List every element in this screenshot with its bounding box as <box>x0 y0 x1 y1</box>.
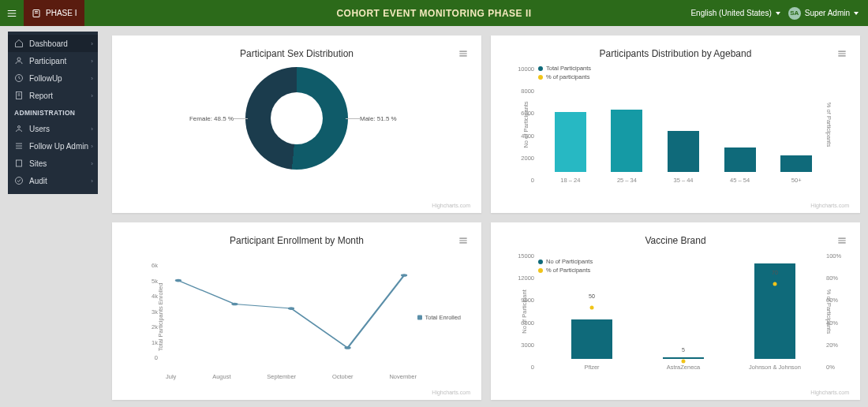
chevron-right-icon: › <box>91 125 93 133</box>
audit-icon <box>14 176 24 185</box>
svg-point-6 <box>16 177 23 185</box>
sidebar-item-dashboard[interactable]: Dashboard› <box>8 35 98 52</box>
chart-title: Participant Sex Distribution <box>128 48 466 59</box>
chart-credit: Highcharts.com <box>810 203 849 208</box>
card-sex-distribution: Participant Sex Distribution Female: 48.… <box>112 35 481 213</box>
chart-menu-button[interactable] <box>458 235 469 249</box>
bar-slot: 25 – 34 <box>599 110 656 185</box>
dashboard-grid: Participant Sex Distribution Female: 48.… <box>0 26 868 407</box>
chart-title: Participant Enrollment by Month <box>128 235 466 246</box>
svg-rect-5 <box>17 160 22 166</box>
bar[interactable] <box>611 110 642 173</box>
bar[interactable] <box>668 131 699 173</box>
language-selector[interactable]: English (United States) <box>690 9 780 17</box>
app-header: PHASE I COHORT EVENT MONITORING PHASE II… <box>0 0 868 26</box>
chevron-right-icon: › <box>91 143 93 150</box>
svg-point-8 <box>231 303 238 306</box>
bar-slot: 18 – 24 <box>542 112 599 185</box>
svg-point-7 <box>175 279 181 282</box>
hamburger-icon <box>836 235 847 246</box>
bar-slot: 50Pfizer <box>546 319 638 371</box>
menu-toggle-button[interactable] <box>0 0 24 26</box>
sidebar-section-admin: ADMINISTRATION <box>8 104 98 120</box>
clock-icon <box>14 73 24 83</box>
chevron-right-icon: › <box>91 40 93 47</box>
card-ageband: Participants Distribution by Ageband Tot… <box>491 35 860 213</box>
language-label: English (United States) <box>690 9 771 17</box>
phase-label: PHASE I <box>46 9 77 17</box>
hamburger-icon <box>6 8 17 19</box>
bar-chart: 50Pfizer5AstraZeneca70Johnson & Johnson <box>507 252 844 371</box>
svg-point-11 <box>401 274 407 277</box>
hamburger-icon <box>836 48 847 59</box>
line-chart <box>166 254 417 364</box>
chevron-right-icon: › <box>91 58 93 65</box>
bar-slot: 45 – 54 <box>712 147 769 184</box>
chart-legend: Total Enrolled <box>417 314 461 321</box>
site-icon <box>14 159 24 168</box>
phase-icon <box>32 9 41 18</box>
bar[interactable] <box>571 319 612 359</box>
sidebar-item-report[interactable]: Report› <box>8 87 98 104</box>
chart-title: Participants Distribution by Ageband <box>507 48 844 59</box>
chevron-right-icon: › <box>91 92 93 99</box>
chart-title: Vaccine Brand <box>507 235 844 246</box>
bar-slot: 50+ <box>768 155 825 184</box>
sidebar-item-users[interactable]: Users› <box>8 120 98 137</box>
sidebar-item-followup-admin[interactable]: Follow Up Admin› <box>8 137 98 155</box>
sidebar-item-participant[interactable]: Participant› <box>8 52 98 69</box>
data-label: 70 <box>772 270 778 275</box>
chevron-down-icon <box>854 12 859 15</box>
chevron-right-icon: › <box>91 160 93 167</box>
chart-menu-button[interactable] <box>836 48 847 62</box>
bar[interactable] <box>754 263 795 359</box>
user-menu[interactable]: SA Super Admin <box>788 7 859 20</box>
svg-point-10 <box>344 346 350 349</box>
bar-slot: 70Johnson & Johnson <box>729 263 821 371</box>
bar[interactable] <box>724 147 756 172</box>
sidebar: Dashboard› Participant› FollowUp› Report… <box>8 32 98 194</box>
data-label: 5 <box>682 347 685 353</box>
phase-button[interactable]: PHASE I <box>24 0 84 26</box>
bar[interactable] <box>780 155 812 172</box>
pie-label-female: Female: 48.5 % <box>189 115 234 122</box>
chart-credit: Highcharts.com <box>432 390 470 395</box>
svg-point-4 <box>18 126 21 129</box>
data-marker <box>590 306 594 310</box>
list-icon <box>14 141 24 151</box>
donut-chart <box>245 67 348 170</box>
data-marker <box>773 282 777 286</box>
bar-chart: 18 – 2425 – 3435 – 4445 – 5450+ <box>507 65 844 184</box>
sidebar-item-sites[interactable]: Sites› <box>8 155 98 172</box>
doc-icon <box>14 91 24 100</box>
home-icon <box>14 39 24 48</box>
chart-menu-button[interactable] <box>836 235 847 249</box>
bar-slot: 35 – 44 <box>655 131 712 185</box>
bar[interactable] <box>555 112 586 173</box>
chevron-right-icon: › <box>91 75 93 82</box>
users-icon <box>14 56 24 65</box>
chart-credit: Highcharts.com <box>810 390 849 395</box>
sidebar-item-followup[interactable]: FollowUp› <box>8 69 98 87</box>
x-axis-ticks: JulyAugustSeptemberOctoberNovember <box>166 373 417 380</box>
pie-label-male: Male: 51.5 % <box>360 115 397 122</box>
y-axis-label: Total Participants Enrolled <box>157 283 164 352</box>
svg-point-1 <box>17 58 21 61</box>
hamburger-icon <box>458 235 469 246</box>
svg-point-9 <box>288 307 294 310</box>
page-title: COHORT EVENT MONITORING PHASE II <box>336 8 531 19</box>
sidebar-item-audit[interactable]: Audit› <box>8 172 98 189</box>
chart-menu-button[interactable] <box>458 48 469 62</box>
user-name: Super Admin <box>805 9 850 17</box>
user-icon <box>14 124 24 133</box>
avatar: SA <box>788 7 801 20</box>
chevron-right-icon: › <box>91 177 93 185</box>
data-label: 50 <box>589 293 595 299</box>
chevron-down-icon <box>776 12 780 15</box>
bar-slot: 5AstraZeneca <box>638 357 729 371</box>
card-vaccine-brand: Vaccine Brand No of Participants % of Pa… <box>491 222 860 400</box>
data-marker <box>682 359 686 363</box>
y-axis-ticks: 6k5k4k3k2k1k0 <box>128 262 158 361</box>
card-enrollment: Participant Enrollment by Month Total Pa… <box>112 222 481 400</box>
chart-credit: Highcharts.com <box>432 203 470 208</box>
